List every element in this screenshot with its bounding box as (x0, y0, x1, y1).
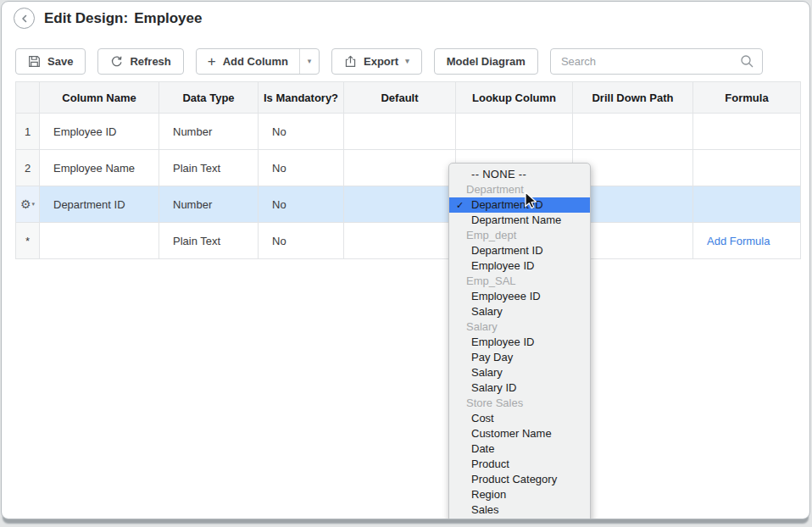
dropdown-option-label: Department ID (471, 243, 543, 258)
cell-lookup-column[interactable] (456, 114, 573, 150)
cell-data-type[interactable]: Number (159, 114, 259, 150)
page-title-name: Employee (134, 10, 202, 27)
dropdown-option[interactable]: ✓ Product Category (449, 472, 590, 487)
dropdown-option-label: Sales (471, 502, 499, 518)
dropdown-option-label: Salary ID (471, 380, 516, 396)
column-header (16, 82, 40, 114)
dropdown-group-label: Department (449, 182, 590, 197)
dropdown-option-label: Cost (471, 411, 494, 426)
cell-data-type[interactable]: Number (159, 186, 259, 223)
dropdown-group-label: Emp_SAL (449, 274, 590, 289)
check-icon: ✓ (449, 197, 471, 213)
cell-default[interactable] (344, 186, 456, 223)
cell-default[interactable] (344, 223, 456, 259)
dropdown-option[interactable]: ✓ Date (449, 441, 590, 457)
add-column-menu-button[interactable]: ▾ (299, 49, 319, 74)
dropdown-option[interactable]: ✓ Employee ID (449, 258, 590, 274)
add-column-button[interactable]: + Add Column (197, 49, 299, 74)
search-input[interactable] (550, 48, 763, 75)
dropdown-option[interactable]: ✓ Employee ID (449, 335, 590, 350)
add-column-label: Add Column (223, 55, 288, 68)
cell-column-name[interactable]: Employee Name (40, 150, 159, 186)
dropdown-option[interactable]: ✓ Sales (449, 502, 590, 518)
cell-formula[interactable] (693, 186, 801, 223)
search-icon (740, 54, 754, 69)
chevron-down-icon: ▾ (32, 201, 36, 207)
gear-icon: ⚙ (20, 198, 31, 210)
page-title-prefix: Edit Design: (44, 10, 128, 27)
row-handle-cell[interactable]: 2 (16, 150, 40, 186)
dropdown-option[interactable]: ✓ Department ID (449, 197, 590, 213)
dropdown-option-label: Department Name (471, 213, 561, 228)
column-header: Default (344, 82, 456, 114)
page-title: Edit Design: Employee (44, 10, 202, 27)
dropdown-group-label: Salary (449, 319, 590, 335)
plus-icon: + (208, 54, 216, 69)
cell-data-type[interactable]: Plain Text (159, 150, 259, 186)
refresh-icon (110, 55, 123, 68)
dropdown-option-label: Employeee ID (471, 289, 541, 304)
cell-column-name[interactable]: Department ID (40, 186, 159, 223)
dropdown-option[interactable]: ✓ Product (449, 457, 590, 472)
cell-is-mandatory[interactable]: No (259, 223, 344, 259)
model-diagram-button[interactable]: Model Diagram (434, 48, 538, 75)
dropdown-group-label: Store Sales (449, 396, 590, 411)
dropdown-option-label: Employee ID (471, 258, 534, 274)
export-icon (344, 55, 357, 68)
toolbar: Save Refresh + Add Column ▾ Export (15, 48, 763, 75)
cell-column-name[interactable] (40, 223, 159, 259)
column-header: Is Mandatory? (259, 82, 344, 114)
row-handle-cell[interactable]: * (16, 223, 40, 259)
cell-is-mandatory[interactable]: No (259, 186, 344, 223)
table-header-row: Column NameData TypeIs Mandatory?Default… (16, 82, 801, 114)
cell-is-mandatory[interactable]: No (259, 150, 344, 186)
back-button[interactable] (14, 8, 35, 29)
cell-formula[interactable] (693, 150, 801, 186)
dropdown-option-label: Customer Name (471, 426, 552, 441)
dropdown-option[interactable]: ✓ Customer Name (449, 426, 590, 441)
save-button[interactable]: Save (15, 48, 86, 75)
title-bar: Edit Design: Employee (14, 8, 202, 29)
dropdown-option-label: Pay Day (471, 350, 513, 365)
search-box (550, 48, 763, 75)
dropdown-option[interactable]: ✓ Region (449, 487, 590, 502)
dropdown-option[interactable]: ✓ Department ID (449, 243, 590, 258)
column-header: Data Type (159, 82, 259, 114)
dropdown-option[interactable]: ✓ Salary (449, 304, 590, 319)
column-header: Drill Down Path (573, 82, 693, 114)
dropdown-option[interactable]: ✓ -- NONE -- (449, 167, 590, 182)
dropdown-option[interactable]: ✓ Pay Day (449, 350, 590, 365)
cell-column-name[interactable]: Employee ID (40, 114, 159, 150)
chevron-left-icon (20, 14, 29, 23)
cell-is-mandatory[interactable]: No (259, 114, 344, 150)
cell-formula[interactable]: Add Formula (693, 223, 801, 259)
dropdown-option[interactable]: ✓ Salary (449, 365, 590, 380)
dropdown-option-label: Date (471, 441, 494, 457)
table-row[interactable]: 2 Employee Name Plain Text No (16, 150, 801, 186)
cell-formula[interactable] (693, 114, 801, 150)
dropdown-option[interactable]: ✓ Department Name (449, 213, 590, 228)
row-settings-button[interactable]: ⚙▾ (20, 198, 35, 210)
dropdown-option-label: Salary (471, 304, 503, 319)
export-button[interactable]: Export ▾ (331, 48, 422, 75)
dropdown-option[interactable]: ✓ Employeee ID (449, 289, 590, 304)
table-row[interactable]: ⚙▾ Department ID Number No (16, 186, 801, 223)
cell-drill-down-path[interactable] (573, 114, 693, 150)
table-row[interactable]: * Plain Text No Add Formula (16, 223, 801, 259)
table-row[interactable]: 1 Employee ID Number No (16, 114, 801, 150)
cell-default[interactable] (344, 114, 456, 150)
refresh-button[interactable]: Refresh (97, 48, 183, 75)
add-formula-link[interactable]: Add Formula (707, 235, 770, 247)
edit-design-window: Edit Design: Employee Save Refresh + Add… (1, 1, 810, 519)
cell-data-type[interactable]: Plain Text (159, 223, 259, 259)
chevron-down-icon: ▾ (405, 58, 409, 65)
row-handle-cell[interactable]: 1 (16, 114, 40, 150)
column-header: Formula (693, 82, 801, 114)
model-diagram-label: Model Diagram (447, 55, 526, 68)
design-table: Column NameData TypeIs Mandatory?Default… (15, 81, 801, 259)
cell-default[interactable] (344, 150, 456, 186)
row-handle-cell[interactable]: ⚙▾ (16, 186, 40, 223)
dropdown-option[interactable]: ✓ Cost (449, 411, 590, 426)
dropdown-option[interactable]: ✓ Salary ID (449, 380, 590, 396)
chevron-down-icon: ▾ (308, 58, 312, 65)
